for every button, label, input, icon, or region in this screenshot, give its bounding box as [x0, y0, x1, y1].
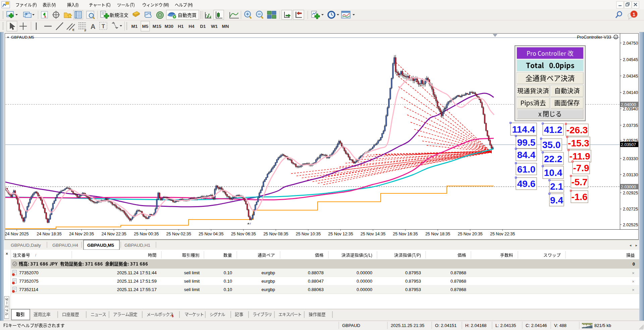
- svg-text:0.87953: 0.87953: [405, 287, 421, 292]
- svg-text:/: /: [35, 253, 36, 257]
- svg-text:25 Nov 10:35: 25 Nov 10:35: [296, 232, 321, 236]
- svg-text:25 Nov 06:35: 25 Nov 06:35: [231, 232, 256, 236]
- svg-text:25 Nov 20:35: 25 Nov 20:35: [458, 232, 482, 236]
- svg-text:×: ×: [632, 279, 635, 284]
- svg-text:821/5 kb: 821/5 kb: [594, 323, 611, 328]
- svg-text:×: ×: [632, 271, 635, 276]
- svg-text:25 Nov 02:35: 25 Nov 02:35: [166, 232, 191, 236]
- svg-text:25 Nov 12:35: 25 Nov 12:35: [328, 232, 353, 236]
- svg-text:O: 2.04151: O: 2.04151: [435, 323, 457, 328]
- svg-text:25 Nov 04:35: 25 Nov 04:35: [199, 232, 223, 236]
- svg-text:◄: ◄: [629, 244, 632, 247]
- svg-text:0.88078: 0.88078: [308, 270, 324, 275]
- svg-text:GBPAUD: GBPAUD: [342, 323, 360, 328]
- svg-text:H1: H1: [178, 24, 184, 29]
- svg-text:F: F: [85, 29, 87, 32]
- svg-text:41.2: 41.2: [544, 125, 562, 135]
- svg-text:×: ×: [6, 251, 8, 256]
- svg-text:GBPAUD,H1: GBPAUD,H1: [124, 243, 150, 248]
- svg-text:9.4: 9.4: [550, 195, 563, 205]
- svg-text:99.5: 99.5: [517, 137, 536, 148]
- svg-text:0.87868: 0.87868: [450, 279, 466, 284]
- svg-text:25 Nov 14:35: 25 Nov 14:35: [361, 232, 385, 236]
- svg-text:114.4: 114.4: [512, 124, 535, 135]
- svg-text:GBPAUD,M5: GBPAUD,M5: [11, 35, 34, 40]
- svg-text:77352114: 77352114: [19, 287, 38, 292]
- svg-text:M1: M1: [131, 24, 138, 29]
- svg-text:0.88047: 0.88047: [308, 279, 324, 284]
- svg-text:0.87868: 0.87868: [450, 270, 466, 275]
- svg-text:H: 2.04168: H: 2.04168: [465, 323, 487, 328]
- svg-text:2.02725: 2.02725: [623, 207, 638, 211]
- svg-text:M5: M5: [142, 24, 149, 29]
- svg-text:0.10: 0.10: [224, 270, 232, 275]
- svg-text:GBPAUD,Daily: GBPAUD,Daily: [11, 243, 41, 248]
- svg-text:sell limit: sell limit: [184, 270, 200, 275]
- svg-text:2.03940: 2.03940: [623, 107, 638, 111]
- svg-text:0.87953: 0.87953: [405, 270, 421, 275]
- svg-text:eurgbp: eurgbp: [262, 279, 275, 284]
- svg-text:GBPAUD,M5: GBPAUD,M5: [87, 243, 114, 248]
- svg-text:2025.11.24 17:51:59: 2025.11.24 17:51:59: [117, 279, 157, 284]
- svg-text:L: 2.04135: L: 2.04135: [495, 323, 516, 328]
- svg-text:×: ×: [632, 287, 635, 292]
- svg-text:2.02525: 2.02525: [623, 223, 638, 227]
- svg-text:2.04345: 2.04345: [623, 74, 638, 79]
- svg-text:sell limit: sell limit: [184, 287, 200, 292]
- svg-text:M15: M15: [153, 24, 162, 29]
- svg-text:►: ►: [635, 244, 638, 247]
- svg-text:25 Nov 00:35: 25 Nov 00:35: [134, 232, 159, 236]
- svg-text:22.2: 22.2: [544, 154, 562, 164]
- svg-text:2.03507: 2.03507: [621, 142, 636, 147]
- svg-text:-11.9: -11.9: [569, 151, 590, 161]
- svg-text:49.6: 49.6: [517, 179, 536, 189]
- svg-text:0.88063: 0.88063: [308, 287, 324, 292]
- svg-text:6: 6: [172, 314, 174, 318]
- svg-text:25 Nov 22:35: 25 Nov 22:35: [490, 232, 515, 236]
- svg-text:E: E: [72, 28, 74, 32]
- svg-text:sell limit: sell limit: [184, 279, 200, 284]
- svg-text:2.03330: 2.03330: [623, 156, 638, 161]
- svg-text:2.03000: 2.03000: [621, 185, 636, 189]
- svg-text:61.0: 61.0: [517, 164, 536, 175]
- svg-text:35.0: 35.0: [542, 140, 561, 150]
- svg-text:24 Nov 20:35: 24 Nov 20:35: [69, 232, 94, 236]
- svg-text:GBPAUD,H4: GBPAUD,H4: [52, 243, 78, 248]
- svg-text:-5.7: -5.7: [571, 177, 587, 187]
- svg-text:▼: ▼: [7, 36, 9, 39]
- svg-text:0.10: 0.10: [224, 279, 232, 284]
- svg-text:MN: MN: [222, 24, 229, 29]
- svg-text:2.04000: 2.04000: [621, 102, 636, 107]
- svg-text:0: 0: [633, 262, 635, 267]
- svg-text:T: T: [102, 23, 105, 29]
- svg-text:0.87953: 0.87953: [405, 279, 421, 284]
- svg-text:0.00000: 0.00000: [357, 279, 372, 284]
- svg-text:24 Nov 2025: 24 Nov 2025: [5, 232, 29, 236]
- svg-text:84.4: 84.4: [517, 150, 536, 160]
- svg-text:A: A: [91, 23, 95, 30]
- svg-text:10.4: 10.4: [544, 168, 562, 178]
- svg-text:-1.6: -1.6: [571, 192, 587, 202]
- svg-text:M30: M30: [165, 24, 173, 29]
- svg-text:-26.3: -26.3: [567, 125, 588, 135]
- svg-text:2025.11.24 17:51:44: 2025.11.24 17:51:44: [117, 270, 157, 275]
- svg-text:2025.11.25 21:35: 2025.11.25 21:35: [391, 323, 424, 328]
- svg-text:eurgbp: eurgbp: [262, 270, 275, 275]
- svg-text:25 Nov 16:35: 25 Nov 16:35: [393, 232, 418, 236]
- svg-text:2.03130: 2.03130: [623, 173, 638, 177]
- svg-text:D1: D1: [200, 24, 206, 29]
- svg-text:W1: W1: [211, 24, 218, 29]
- svg-text:0.10: 0.10: [224, 287, 232, 292]
- svg-text:V: 488: V: 488: [554, 323, 567, 328]
- svg-text:eurgbp: eurgbp: [262, 287, 275, 292]
- svg-text:77352070: 77352070: [19, 270, 39, 275]
- svg-text:T: T: [250, 222, 251, 225]
- svg-text:77352075: 77352075: [19, 279, 39, 284]
- svg-text:2.1: 2.1: [550, 181, 563, 192]
- svg-text:-15.3: -15.3: [568, 138, 589, 148]
- svg-text:0.00000: 0.00000: [357, 287, 372, 292]
- svg-text:2025.11.24 17:55:17: 2025.11.24 17:55:17: [117, 287, 157, 292]
- svg-text:2.04140: 2.04140: [623, 90, 638, 95]
- svg-text:1: 1: [633, 11, 635, 17]
- svg-text:2.02925: 2.02925: [623, 191, 638, 195]
